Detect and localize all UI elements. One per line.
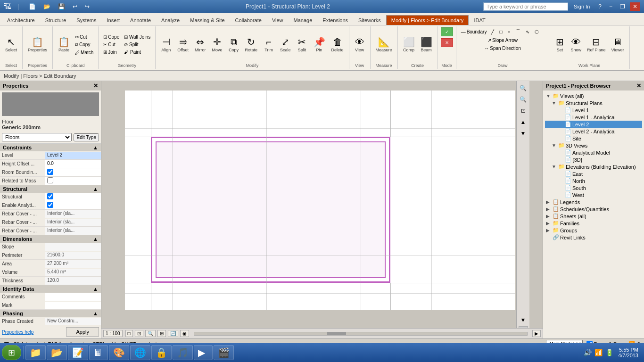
restore-btn[interactable]: ❐ xyxy=(617,2,628,11)
tree-item-revit-links[interactable]: 🔗 Revit Links xyxy=(545,234,642,241)
draw-spline-btn[interactable]: ∿ xyxy=(524,27,531,36)
room-bounding-checkbox[interactable] xyxy=(47,169,53,175)
comments-value[interactable] xyxy=(45,293,101,301)
tree-item-legends[interactable]: ▶ 📋 Legends xyxy=(545,198,642,206)
tab-analyze[interactable]: Analyze xyxy=(156,15,185,25)
tree-item-elevations[interactable]: ▼ 📁 Elevations (Building Elevation) xyxy=(545,163,642,170)
tab-view[interactable]: View xyxy=(267,15,289,25)
offset-btn[interactable]: ⥤ Offset xyxy=(175,36,191,54)
scroll-down-btn[interactable]: ▼ xyxy=(518,128,528,139)
zoom-in-btn[interactable]: 🔍 xyxy=(518,83,528,93)
properties-help-link[interactable]: Properties help xyxy=(2,329,33,335)
draw-circle-btn[interactable]: ○ xyxy=(505,27,512,36)
cut-btn[interactable]: ✂ Cut xyxy=(73,33,95,41)
draw-arc-btn[interactable]: ⌒ xyxy=(514,27,522,36)
trim-btn[interactable]: ⌐ Trim xyxy=(261,36,276,54)
taskbar-media[interactable]: 🎵 xyxy=(173,345,193,360)
paste-btn[interactable]: 📋 Paste xyxy=(56,36,72,54)
tab-modify-floors[interactable]: Modify | Floors > Edit Boundary xyxy=(386,15,469,25)
slope-arrow-btn[interactable]: ↗ Slope Arrow xyxy=(486,37,520,44)
copy-modify-btn[interactable]: ⧉ Copy xyxy=(226,36,241,54)
canvas-hscrollbar[interactable] xyxy=(194,332,528,336)
properties-close-btn[interactable]: ✕ xyxy=(93,82,98,89)
draw-poly-btn[interactable]: ⬡ xyxy=(533,27,541,36)
split-mod-btn[interactable]: ✂ Split xyxy=(295,36,310,54)
quick-access-new[interactable]: 📄 xyxy=(26,2,39,11)
view-control-6[interactable]: ◉ xyxy=(180,330,189,337)
structural-section[interactable]: Structural ▲ xyxy=(0,185,101,193)
apply-button[interactable]: Apply xyxy=(66,327,99,337)
tree-item-level2-analytical[interactable]: 📄 Level 2 - Analytical xyxy=(545,128,642,135)
cut-geometry-btn[interactable]: ✂ Cut xyxy=(101,41,121,48)
scroll-bottom-btn[interactable]: ▼ xyxy=(518,315,528,325)
tree-item-3d[interactable]: 📄 {3D} xyxy=(545,156,642,163)
view-control-4[interactable]: ⊞ xyxy=(157,330,166,337)
tab-massing[interactable]: Massing & Site xyxy=(185,15,230,25)
cancel-mode-btn[interactable]: ✕ xyxy=(441,38,453,47)
split-btn[interactable]: ⊘ Split xyxy=(122,41,152,48)
copy-btn[interactable]: ⧉ Copy xyxy=(73,41,95,49)
tree-item-level1[interactable]: 📄 Level 1 xyxy=(545,107,642,114)
tree-item-structural-plans[interactable]: ▼ 📁 Structural Plans xyxy=(545,99,642,107)
close-btn[interactable]: ✕ xyxy=(630,2,640,11)
tab-collaborate[interactable]: Collaborate xyxy=(230,15,267,25)
tree-item-site[interactable]: 📄 Site xyxy=(545,135,642,142)
quick-access-open[interactable]: 📂 xyxy=(41,2,53,11)
set-btn[interactable]: ⊞ Set xyxy=(552,36,567,54)
taskbar-explorer[interactable]: 📁 xyxy=(25,345,46,360)
tab-manage[interactable]: Manage xyxy=(289,15,318,25)
delete-btn[interactable]: 🗑 Delete xyxy=(329,36,346,54)
tab-insert[interactable]: Insert xyxy=(102,15,125,25)
tree-item-east[interactable]: 📄 East xyxy=(545,170,642,177)
tab-systems[interactable]: Systems xyxy=(71,15,101,25)
dimensions-section[interactable]: Dimensions ▲ xyxy=(0,235,101,243)
room-bounding-value[interactable] xyxy=(45,168,101,176)
height-offset-value[interactable]: 0.0 xyxy=(45,160,101,168)
structural-checkbox-val[interactable] xyxy=(45,193,101,201)
taskbar-browser[interactable]: 🌐 xyxy=(130,345,150,360)
match-btn[interactable]: 🖊 Match xyxy=(73,49,95,56)
draw-line-btn[interactable]: ╱ xyxy=(489,27,496,36)
tree-item-west[interactable]: 📄 West xyxy=(545,191,642,198)
view-ribbon-btn[interactable]: 👁 View xyxy=(352,36,367,54)
enable-analytical-checkbox[interactable] xyxy=(47,202,53,208)
zoom-out-btn[interactable]: 🔍 xyxy=(518,94,528,105)
view-control-1[interactable]: □ xyxy=(125,330,133,337)
hscroll-right-btn[interactable]: ▶ xyxy=(532,330,541,337)
tab-siteworks[interactable]: Siteworks xyxy=(353,15,386,25)
span-direction-btn[interactable]: ↔ Span Direction xyxy=(482,45,523,52)
taskbar-docs[interactable]: 📂 xyxy=(47,345,67,360)
structural-checkbox[interactable] xyxy=(47,193,53,199)
tray-icon-1[interactable]: 🔊 xyxy=(584,349,592,356)
taskbar-notepad[interactable]: 📝 xyxy=(68,345,88,360)
zoom-fit-btn[interactable]: ⊡ xyxy=(518,106,528,116)
move-btn[interactable]: ✛ Move xyxy=(210,36,225,54)
draw-rect-btn[interactable]: □ xyxy=(497,27,504,36)
wall-joins-btn[interactable]: ⊟ Wall Joins xyxy=(122,33,152,41)
mark-value[interactable] xyxy=(45,302,101,309)
canvas-content[interactable]: 🔍 🔍 ⊡ ▲ ▼ ▼ xyxy=(101,81,529,338)
tree-item-sheets[interactable]: ▶ 📋 Sheets (all) xyxy=(545,213,642,220)
pb-close-btn[interactable]: ✕ xyxy=(636,82,641,89)
tree-item-analytical-model[interactable]: 📄 Analytical Model xyxy=(545,149,642,156)
viewer-btn[interactable]: 🖥 Viewer xyxy=(609,36,626,54)
join-btn[interactable]: ⊞ Join xyxy=(101,49,121,56)
enable-analytical-value[interactable] xyxy=(45,201,101,209)
beam-system-btn[interactable]: ⬛ Beam xyxy=(418,36,435,54)
view-control-5[interactable]: 🔄 xyxy=(168,330,178,337)
minimize-btn[interactable]: − xyxy=(606,2,615,11)
view-control-2[interactable]: ⊡ xyxy=(135,330,143,337)
cope-btn[interactable]: ⊡ Cope xyxy=(101,33,121,41)
taskbar-video[interactable]: 🎬 xyxy=(214,345,234,360)
tree-item-level1-analytical[interactable]: 📄 Level 1 - Analytical xyxy=(545,114,642,121)
taskbar-security[interactable]: 🔒 xyxy=(151,345,172,360)
select-btn[interactable]: ↖ Select xyxy=(3,36,19,54)
tab-annotate[interactable]: Annotate xyxy=(125,15,156,25)
related-mass-checkbox[interactable] xyxy=(47,177,53,183)
tab-extensions[interactable]: Extensions xyxy=(317,15,353,25)
pin-btn[interactable]: 📌 Pin xyxy=(311,36,328,54)
tree-item-level2[interactable]: 📄 Level 2 xyxy=(545,121,642,128)
tree-item-north[interactable]: 📄 North xyxy=(545,177,642,184)
rotate-btn[interactable]: ↻ Rotate xyxy=(243,36,260,54)
quick-access-redo[interactable]: ↪ xyxy=(82,2,92,11)
